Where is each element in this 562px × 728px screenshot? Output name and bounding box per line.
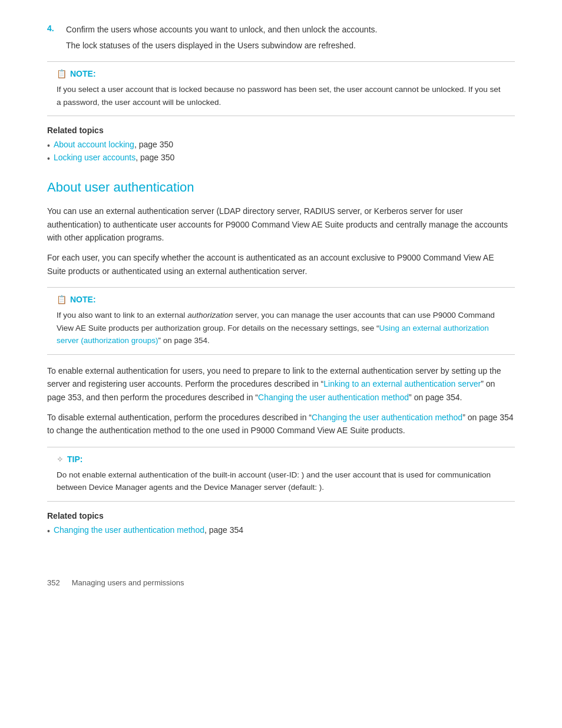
list-item: • Locking user accounts, page 350	[47, 153, 515, 163]
note-2-text-before: If you also want to link to an external	[57, 311, 187, 319]
tip-label: TIP:	[67, 454, 82, 464]
note-1-text: If you select a user account that is loc…	[57, 83, 505, 108]
list-item-1-suffix: , page 350	[134, 140, 173, 149]
related-topics-1: Related topics • About account locking, …	[47, 126, 515, 163]
step-4-block: 4. Confirm the users whose accounts you …	[47, 24, 515, 52]
body-text-1: You can use an external authentication s…	[47, 205, 515, 244]
tip-box: ✧ TIP: Do not enable external authentica…	[47, 447, 515, 502]
tip-header: ✧ TIP:	[57, 454, 505, 464]
tip-text: Do not enable external authentication of…	[57, 469, 505, 494]
body-text-3: To enable external authentication for us…	[47, 364, 515, 404]
list-item-2-text: Locking user accounts, page 350	[54, 153, 174, 162]
bullet-2: •	[47, 154, 50, 163]
related-topics-1-title: Related topics	[47, 126, 515, 135]
related-topics-2: Related topics • Changing the user authe…	[47, 511, 515, 536]
note-2-icon: 📋	[57, 295, 67, 304]
note-2-label: NOTE:	[70, 295, 96, 304]
note-2-text: If you also want to link to an external …	[57, 309, 505, 347]
note-2-header: 📋 NOTE:	[57, 295, 505, 304]
body-text-4: To disable external authentication, perf…	[47, 411, 515, 437]
note-2-box: 📋 NOTE: If you also want to link to an e…	[47, 287, 515, 355]
list-item-3-text: Changing the user authentication method,…	[54, 525, 243, 535]
about-account-locking-link[interactable]: About account locking	[54, 140, 134, 149]
body-text-2: For each user, you can specify whether t…	[47, 251, 515, 278]
list-item-1-text: About account locking, page 350	[54, 140, 173, 149]
body-4-before: To disable external authentication, perf…	[47, 413, 312, 422]
changing-auth-method-link-2[interactable]: Changing the user authentication method	[312, 413, 462, 422]
note-1-box: 📋 NOTE: If you select a user account tha…	[47, 61, 515, 116]
tip-icon: ✧	[57, 454, 64, 464]
list-item: • About account locking, page 350	[47, 140, 515, 150]
step-4-content: Confirm the users whose accounts you wan…	[66, 24, 515, 52]
step-4-number: 4.	[47, 24, 59, 52]
about-user-authentication-heading: About user authentication	[47, 180, 515, 195]
note-1-label: NOTE:	[70, 69, 96, 78]
body-3-after: ” on page 354.	[409, 393, 462, 402]
page-content: 4. Confirm the users whose accounts you …	[0, 0, 562, 611]
note-2-text-after: ” on page 354.	[158, 336, 210, 345]
bullet-1: •	[47, 141, 50, 150]
changing-auth-method-link-3[interactable]: Changing the user authentication method	[54, 525, 204, 535]
related-topics-2-list: • Changing the user authentication metho…	[47, 525, 515, 536]
footer-text: Managing users and permissions	[72, 578, 184, 587]
step-4-text: Confirm the users whose accounts you wan…	[66, 24, 515, 36]
bullet-3: •	[47, 526, 50, 536]
note-1-icon: 📋	[57, 69, 67, 78]
note-2-text-italic: authorization	[187, 311, 233, 319]
related-topics-2-title: Related topics	[47, 511, 515, 521]
changing-auth-method-link-1[interactable]: Changing the user authentication method	[258, 393, 409, 402]
linking-external-auth-link[interactable]: Linking to an external authentication se…	[323, 379, 481, 388]
footer: 352 Managing users and permissions	[47, 571, 515, 587]
list-item-3-suffix: , page 354	[204, 525, 243, 535]
list-item: • Changing the user authentication metho…	[47, 525, 515, 536]
list-item-2-suffix: , page 350	[135, 153, 174, 162]
footer-page-number: 352	[47, 578, 60, 587]
note-1-header: 📋 NOTE:	[57, 69, 505, 78]
locking-user-accounts-link[interactable]: Locking user accounts	[54, 153, 135, 162]
step-4-subtext: The lock statuses of the users displayed…	[66, 39, 515, 52]
related-topics-1-list: • About account locking, page 350 • Lock…	[47, 140, 515, 163]
